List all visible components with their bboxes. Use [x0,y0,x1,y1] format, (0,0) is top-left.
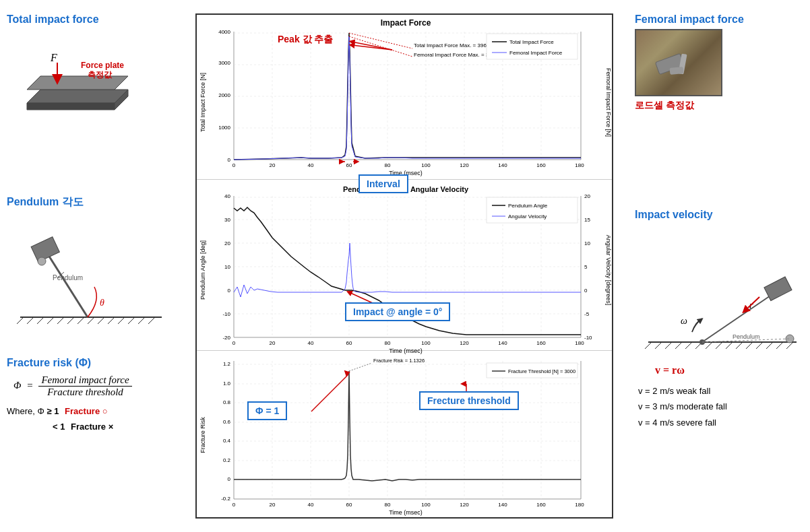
y2--20: -20 [222,335,230,341]
x3-60: 60 [346,502,352,508]
x2-180: 180 [575,340,584,346]
chart2-legend2: Angular Velocity [508,213,547,220]
formula-numerator: Femoral impact force [38,374,131,387]
yr-10: -10 [584,335,592,341]
x3-120: 120 [460,502,469,508]
impact-velocity-title: Impact velocity [635,209,803,221]
total-impact-section: Total impact force F Force plate 측정값 [7,13,182,125]
legend2-label: Femoral Impact Force [509,50,563,56]
yr5: 5 [584,264,588,270]
y3-0.4: 0.4 [223,438,231,444]
impact-annotation-container: Impact @ angle = 0° [345,302,450,321]
interval-annotation-container: Interval [359,174,408,193]
svg-line-101 [726,342,733,349]
chart2-container: Pendulum Angle & Angular Velocity Pendul… [197,182,612,351]
x1-160: 160 [536,162,546,168]
x2-120: 120 [460,340,469,346]
velocity-3: v = 4 m/s severe fall [638,415,803,430]
x1-140: 140 [498,162,507,168]
femoral-photo [635,29,722,96]
left-panel: Total impact force F Force plate 측정값 [0,0,189,532]
svg-line-93 [645,342,652,349]
x3-40: 40 [308,502,314,508]
pendulum-title: Pendulum 각도 [7,195,182,209]
y2-40: 40 [224,193,230,199]
yr10: 10 [584,240,590,246]
fracture-title: Fracture risk (Φ) [7,357,182,369]
chart2-ylabel: Pendulum Angle [deg] [199,240,206,300]
y2-30: 30 [224,217,230,223]
svg-line-99 [706,342,712,349]
svg-line-9 [47,317,54,324]
chart1-title: Impact Force [381,18,431,28]
femoral-section: Femoral impact force 로드셀 측정값 [635,13,803,112]
y1-4000: 4000 [218,29,230,35]
svg-line-12 [77,317,84,324]
y3-0: 0 [228,476,231,482]
x2-80: 80 [385,340,391,346]
chart3-xlabel: Time (msec) [389,509,423,516]
y2-0: 0 [228,288,231,294]
x2-60: 60 [346,340,352,346]
svg-line-95 [665,342,672,349]
x3-180: 180 [575,502,584,508]
velocity-diagram: r ω Pendulum [635,224,803,359]
chart2-svg: Pendulum Angle & Angular Velocity Pendul… [197,182,615,354]
velocity-2: v = 3 m/s moderate fall [638,399,803,414]
yr-5: -5 [584,311,590,317]
chart2-legend1: Pendulum Angle [508,203,548,209]
x2-0: 0 [232,340,236,346]
svg-line-17 [128,317,135,324]
svg-line-11 [67,317,74,324]
pendulum-diagram: θ Pendulum [7,213,168,327]
y2--10: -10 [222,311,230,317]
svg-line-105 [766,342,773,349]
fracture-formula: Φ = Femoral impact force Fracture thresh… [13,374,182,398]
svg-line-16 [118,317,125,324]
x1-0: 0 [232,162,236,168]
where-label: Where, Φ [7,406,47,416]
svg-line-106 [776,342,783,349]
x1-100: 100 [421,162,431,168]
y1-3000: 3000 [218,60,230,66]
fracture-threshold-container: Frecture threshold [419,391,519,410]
yr20: 20 [584,193,590,199]
svg-line-19 [148,317,155,324]
phi-annotation-container: Φ = 1 [247,401,287,420]
phi-annotation: Φ = 1 [247,401,287,420]
interval-annotation: Interval [359,174,408,193]
svg-line-20 [47,253,88,317]
y3--0.2: -0.2 [221,496,230,502]
x3-20: 20 [270,502,276,508]
x2-20: 20 [270,340,276,346]
y2-10: 10 [224,264,230,270]
svg-line-103 [746,342,753,349]
svg-line-102 [736,342,743,349]
yr0: 0 [584,288,588,294]
velocity-1: v = 2 m/s weak fall [638,383,803,399]
svg-line-10 [57,317,64,324]
pendulum-section: Pendulum 각도 θ [7,195,182,329]
velocity-formula-text: v = rω [655,364,685,376]
y1-2000: 2000 [218,92,230,98]
center-panel: Impact Force Total Impact Force [N] Femo… [195,13,613,519]
chart1-ylabel: Total Impact Force [N] [199,73,206,132]
svg-point-22 [38,257,46,265]
total-impact-title: Total impact force [7,13,182,26]
velocity-values: v = 2 m/s weak fall v = 3 m/s moderate f… [638,383,803,430]
svg-marker-3 [27,76,128,90]
svg-line-96 [675,342,682,349]
x2-100: 100 [421,340,431,346]
force-plate-sub: 측정값 [88,70,113,79]
svg-line-97 [685,342,692,349]
x3-160: 160 [536,502,546,508]
lt1-condition: < 1 [53,422,65,432]
femoral-title: Femoral impact force [635,13,803,26]
x3-0: 0 [232,502,236,508]
chart3-legend: Fracture Threshold [N] = 3000 [508,368,575,374]
velocity-formula: v = rω [655,364,803,376]
svg-rect-21 [31,237,59,262]
chart2-ylabel-right: Angular Velocity [degrees] [605,235,612,306]
svg-line-40 [349,36,412,57]
impact-velocity-section: Impact velocity [635,209,803,430]
